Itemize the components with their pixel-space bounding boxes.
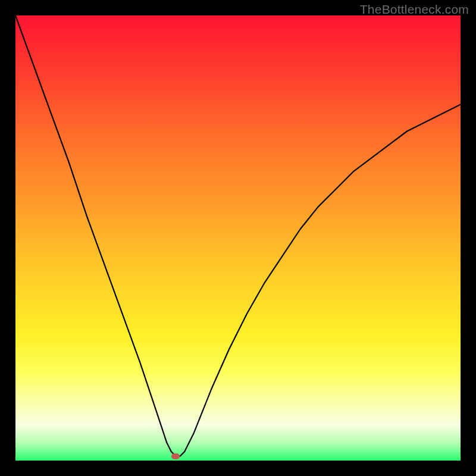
plot-area (15, 15, 461, 461)
bottleneck-curve (15, 15, 461, 461)
watermark-text: TheBottleneck.com (360, 2, 469, 17)
chart-frame: TheBottleneck.com (0, 0, 476, 476)
optimal-point-marker (171, 453, 180, 459)
